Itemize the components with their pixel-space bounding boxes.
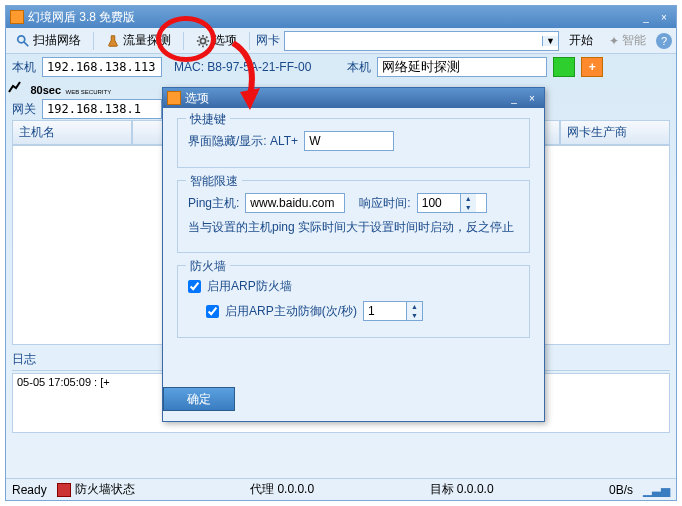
resp-time-input[interactable] [418, 194, 460, 212]
add-button[interactable]: + [581, 57, 603, 77]
svg-line-10 [206, 36, 207, 37]
search-icon [16, 34, 30, 48]
netcard-combo[interactable]: ▼ [284, 31, 559, 51]
spin-down-icon[interactable]: ▼ [407, 311, 422, 320]
traffic-probe-button[interactable]: 流量探测 [100, 30, 177, 51]
minimize-button[interactable]: _ [638, 10, 654, 24]
smart-limit-group: 智能限速 Ping主机: 响应时间: ▲▼ 当与设置的主机ping 实际时间大于… [177, 180, 530, 253]
ok-button[interactable]: 确定 [163, 387, 235, 411]
ping-host-input[interactable] [245, 193, 345, 213]
gateway-ip-input[interactable] [42, 99, 162, 119]
svg-line-7 [199, 36, 200, 37]
chart-icon[interactable]: ▁▃▅ [643, 483, 670, 497]
svg-point-0 [18, 35, 25, 42]
host-row: 本机 MAC: B8-97-5A-21-FF-00 本机 + [6, 54, 676, 80]
status-rate: 0B/s [609, 483, 633, 497]
netcard-label: 网卡 [256, 32, 280, 49]
gateway-label: 网关 [12, 101, 36, 118]
options-dialog: 选项 _ × 快捷键 界面隐藏/显示: ALT+ 智能限速 Ping主机: 响应… [162, 87, 545, 422]
hotkey-group: 快捷键 界面隐藏/显示: ALT+ [177, 118, 530, 168]
start-button[interactable]: 开始 [563, 30, 599, 51]
status-firewall: 防火墙状态 [75, 481, 135, 498]
log-line: 05-05 17:05:09 : [+ [17, 376, 110, 388]
smart-legend: 智能限速 [186, 173, 242, 190]
go-button[interactable] [553, 57, 575, 77]
dialog-app-icon [167, 91, 181, 105]
window-title: 幻境网盾 3.8 免费版 [28, 9, 135, 26]
scan-network-button[interactable]: 扫描网络 [10, 30, 87, 51]
resp-time-label: 响应时间: [359, 195, 410, 212]
col-vendor[interactable]: 网卡生产商 [560, 120, 670, 145]
enable-arp-checkbox[interactable] [188, 280, 201, 293]
firewall-icon [57, 483, 71, 497]
enable-arp-label: 启用ARP防火墙 [207, 278, 292, 295]
dialog-minimize-button[interactable]: _ [506, 91, 522, 105]
resp-time-spinner[interactable]: ▲▼ [417, 193, 487, 213]
enable-defense-label: 启用ARP主动防御(次/秒) [225, 303, 357, 320]
gear-icon [196, 34, 210, 48]
host-ip-input[interactable] [42, 57, 162, 77]
spin-up-icon[interactable]: ▲ [461, 194, 476, 203]
netcard-input[interactable] [285, 32, 542, 50]
svg-line-1 [24, 41, 28, 45]
col-hostname[interactable]: 主机名 [12, 120, 132, 145]
toolbar: 扫描网络 流量探测 选项 网卡 ▼ 开始 ✦ 智能 ? [6, 28, 676, 54]
defense-rate-input[interactable] [364, 302, 406, 320]
spin-up-icon[interactable]: ▲ [407, 302, 422, 311]
flask-icon [106, 34, 120, 48]
dialog-close-button[interactable]: × [524, 91, 540, 105]
status-target: 目标 0.0.0.0 [430, 481, 494, 498]
host2-label: 本机 [347, 59, 371, 76]
dialog-title: 选项 [185, 90, 209, 107]
titlebar: 幻境网盾 3.8 免费版 _ × [6, 6, 676, 28]
host-label: 本机 [12, 59, 36, 76]
mac-label: MAC: B8-97-5A-21-FF-00 [174, 60, 311, 74]
status-proxy: 代理 0.0.0.0 [250, 481, 314, 498]
dropdown-icon[interactable]: ▼ [542, 36, 558, 46]
svg-point-2 [200, 38, 205, 43]
hotkey-legend: 快捷键 [186, 111, 230, 128]
svg-line-9 [199, 44, 200, 45]
options-label: 选项 [213, 32, 237, 49]
dialog-titlebar: 选项 _ × [163, 88, 544, 108]
runner-icon [6, 80, 26, 94]
status-ready: Ready [12, 483, 47, 497]
probe-field[interactable] [377, 57, 547, 77]
hotkey-input[interactable] [304, 131, 394, 151]
close-button[interactable]: × [656, 10, 672, 24]
help-icon[interactable]: ? [656, 33, 672, 49]
hotkey-label: 界面隐藏/显示: ALT+ [188, 133, 298, 150]
firewall-legend: 防火墙 [186, 258, 230, 275]
enable-defense-checkbox[interactable] [206, 305, 219, 318]
spin-down-icon[interactable]: ▼ [461, 203, 476, 212]
defense-rate-spinner[interactable]: ▲▼ [363, 301, 423, 321]
smart-button[interactable]: ✦ 智能 [603, 30, 652, 51]
smart-desc: 当与设置的主机ping 实际时间大于设置时间时启动，反之停止 [188, 219, 514, 236]
statusbar: Ready 防火墙状态 代理 0.0.0.0 目标 0.0.0.0 0B/s ▁… [6, 478, 676, 500]
options-button[interactable]: 选项 [190, 30, 243, 51]
ping-host-label: Ping主机: [188, 195, 239, 212]
firewall-group: 防火墙 启用ARP防火墙 启用ARP主动防御(次/秒) ▲▼ [177, 265, 530, 338]
app-icon [10, 10, 24, 24]
svg-line-8 [206, 44, 207, 45]
traffic-label: 流量探测 [123, 32, 171, 49]
wand-icon: ✦ [609, 34, 619, 48]
scan-label: 扫描网络 [33, 32, 81, 49]
